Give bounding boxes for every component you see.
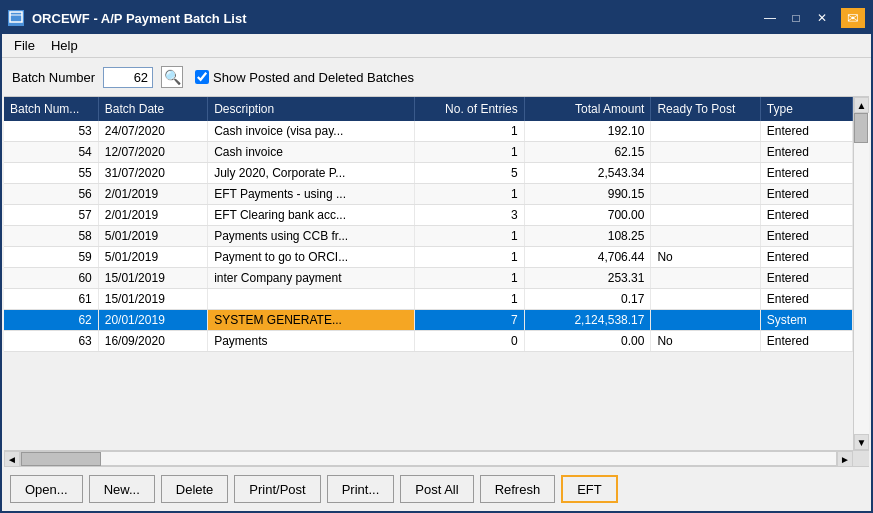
refresh-button[interactable]: Refresh [480, 475, 556, 503]
table-row[interactable]: 53 24/07/2020 Cash invoice (visa pay... … [4, 121, 853, 142]
scroll-down-button[interactable]: ▼ [854, 434, 869, 450]
batch-table-container: Batch Num... Batch Date Description No. … [4, 96, 869, 467]
print-post-button[interactable]: Print/Post [234, 475, 320, 503]
cell-type: Entered [760, 205, 852, 226]
table-row[interactable]: 54 12/07/2020 Cash invoice 1 62.15 Enter… [4, 142, 853, 163]
scroll-track[interactable] [854, 113, 869, 434]
col-batch-num[interactable]: Batch Num... [4, 97, 98, 121]
print-button[interactable]: Print... [327, 475, 395, 503]
svg-rect-0 [10, 12, 22, 22]
cell-entries: 5 [415, 163, 524, 184]
toolbar: Batch Number 🔍 Show Posted and Deleted B… [2, 58, 871, 96]
batch-table: Batch Num... Batch Date Description No. … [4, 97, 853, 352]
open-button[interactable]: Open... [10, 475, 83, 503]
cell-description: Payment to go to ORCI... [208, 247, 415, 268]
cell-type: Entered [760, 163, 852, 184]
close-button[interactable]: ✕ [811, 8, 833, 28]
eft-button[interactable]: EFT [561, 475, 618, 503]
cell-total: 4,706.44 [524, 247, 651, 268]
h-scroll-track[interactable] [20, 451, 837, 466]
table-header: Batch Num... Batch Date Description No. … [4, 97, 853, 121]
col-batch-date[interactable]: Batch Date [98, 97, 207, 121]
show-posted-checkbox[interactable] [195, 70, 209, 84]
col-entries[interactable]: No. of Entries [415, 97, 524, 121]
cell-ready [651, 184, 760, 205]
scroll-up-button[interactable]: ▲ [854, 97, 869, 113]
scroll-right-button[interactable]: ► [837, 451, 853, 467]
cell-entries: 7 [415, 310, 524, 331]
vertical-scrollbar[interactable]: ▲ ▼ [853, 97, 869, 450]
cell-type: System [760, 310, 852, 331]
batch-search-button[interactable]: 🔍 [161, 66, 183, 88]
table-row[interactable]: 55 31/07/2020 July 2020, Corporate P... … [4, 163, 853, 184]
cell-description: inter Company payment [208, 268, 415, 289]
cell-total: 2,543.34 [524, 163, 651, 184]
horizontal-scrollbar: ◄ ► [4, 450, 869, 466]
cell-entries: 3 [415, 205, 524, 226]
window-controls: — □ ✕ [759, 8, 833, 28]
batch-number-label: Batch Number [12, 70, 95, 85]
window-title: ORCEWF - A/P Payment Batch List [32, 11, 759, 26]
title-bar: ORCEWF - A/P Payment Batch List — □ ✕ ✉ [2, 2, 871, 34]
col-type[interactable]: Type [760, 97, 852, 121]
main-window: ORCEWF - A/P Payment Batch List — □ ✕ ✉ … [0, 0, 873, 513]
maximize-button[interactable]: □ [785, 8, 807, 28]
cell-batch-date: 31/07/2020 [98, 163, 207, 184]
cell-batch-num: 63 [4, 331, 98, 352]
col-ready[interactable]: Ready To Post [651, 97, 760, 121]
col-total[interactable]: Total Amount [524, 97, 651, 121]
cell-ready [651, 268, 760, 289]
batch-number-input[interactable] [103, 67, 153, 88]
new-button[interactable]: New... [89, 475, 155, 503]
show-posted-label: Show Posted and Deleted Batches [213, 70, 414, 85]
cell-batch-num: 56 [4, 184, 98, 205]
cell-total: 700.00 [524, 205, 651, 226]
cell-batch-num: 54 [4, 142, 98, 163]
cell-description: Payments using CCB fr... [208, 226, 415, 247]
cell-description: EFT Clearing bank acc... [208, 205, 415, 226]
table-row[interactable]: 56 2/01/2019 EFT Payments - using ... 1 … [4, 184, 853, 205]
cell-ready: No [651, 247, 760, 268]
cell-ready [651, 142, 760, 163]
minimize-button[interactable]: — [759, 8, 781, 28]
cell-batch-num: 59 [4, 247, 98, 268]
table-row[interactable]: 60 15/01/2019 inter Company payment 1 25… [4, 268, 853, 289]
cell-batch-num: 57 [4, 205, 98, 226]
cell-ready [651, 289, 760, 310]
table-row[interactable]: 58 5/01/2019 Payments using CCB fr... 1 … [4, 226, 853, 247]
cell-ready [651, 163, 760, 184]
menu-file[interactable]: File [6, 36, 43, 55]
delete-button[interactable]: Delete [161, 475, 229, 503]
cell-batch-date: 15/01/2019 [98, 289, 207, 310]
h-scroll-thumb[interactable] [21, 452, 101, 466]
cell-total: 990.15 [524, 184, 651, 205]
cell-entries: 1 [415, 247, 524, 268]
cell-total: 2,124,538.17 [524, 310, 651, 331]
cell-batch-num: 61 [4, 289, 98, 310]
cell-batch-date: 12/07/2020 [98, 142, 207, 163]
menu-help[interactable]: Help [43, 36, 86, 55]
table-row[interactable]: 61 15/01/2019 1 0.17 Entered [4, 289, 853, 310]
cell-type: Entered [760, 121, 852, 142]
col-description[interactable]: Description [208, 97, 415, 121]
table-scroll-area[interactable]: Batch Num... Batch Date Description No. … [4, 97, 853, 450]
cell-ready [651, 310, 760, 331]
cell-batch-num: 53 [4, 121, 98, 142]
post-all-button[interactable]: Post All [400, 475, 473, 503]
mail-icon[interactable]: ✉ [841, 8, 865, 28]
table-row[interactable]: 62 20/01/2019 SYSTEM GENERATE... 7 2,124… [4, 310, 853, 331]
cell-type: Entered [760, 247, 852, 268]
cell-total: 108.25 [524, 226, 651, 247]
cell-total: 0.17 [524, 289, 651, 310]
table-row[interactable]: 63 16/09/2020 Payments 0 0.00 No Entered [4, 331, 853, 352]
cell-entries: 0 [415, 331, 524, 352]
cell-batch-date: 2/01/2019 [98, 205, 207, 226]
cell-ready: No [651, 331, 760, 352]
cell-batch-num: 62 [4, 310, 98, 331]
cell-entries: 1 [415, 289, 524, 310]
table-row[interactable]: 59 5/01/2019 Payment to go to ORCI... 1 … [4, 247, 853, 268]
scroll-thumb[interactable] [854, 113, 868, 143]
table-row[interactable]: 57 2/01/2019 EFT Clearing bank acc... 3 … [4, 205, 853, 226]
scroll-left-button[interactable]: ◄ [4, 451, 20, 467]
cell-batch-date: 5/01/2019 [98, 226, 207, 247]
